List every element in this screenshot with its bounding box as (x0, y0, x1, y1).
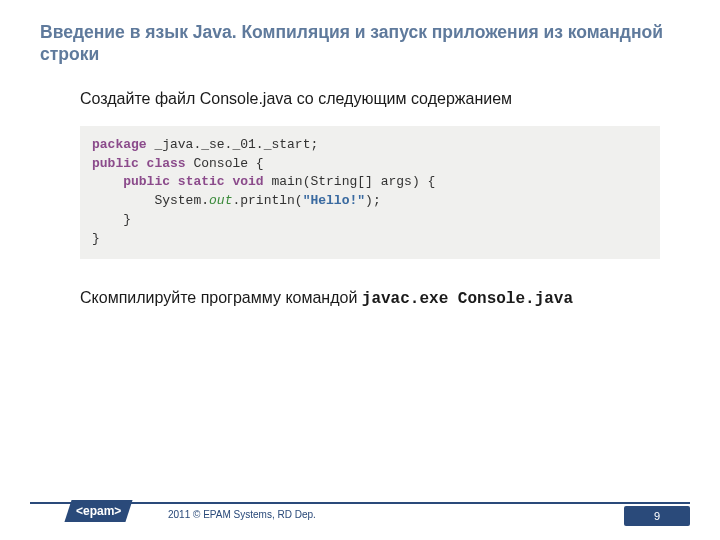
slide: Введение в язык Java. Компиляция и запус… (0, 0, 720, 540)
slide-body: Создайте файл Console.java со следующим … (0, 66, 720, 308)
compile-text: Скомпилируйте программу командой (80, 289, 362, 306)
epam-logo: <epam> (64, 500, 133, 522)
code-text: ); (365, 193, 381, 208)
page-number: 9 (624, 506, 690, 526)
code-text: _java._se._01._start; (147, 137, 319, 152)
footer-bar: <epam> 2011 © EPAM Systems, RD Dep. 9 (0, 508, 720, 540)
code-text: } (92, 231, 100, 246)
code-text: main(String[] args) { (264, 174, 436, 189)
copyright-text: 2011 © EPAM Systems, RD Dep. (168, 509, 316, 520)
code-keyword: public static void (123, 174, 263, 189)
code-static-field: out (209, 193, 232, 208)
code-text: } (92, 212, 131, 227)
code-text: .println( (232, 193, 302, 208)
code-text: Console { (186, 156, 264, 171)
slide-title: Введение в язык Java. Компиляция и запус… (0, 0, 720, 66)
code-text: System. (92, 193, 209, 208)
code-keyword: package (92, 137, 147, 152)
code-block: package _java._se._01._start; public cla… (80, 126, 660, 259)
intro-text: Создайте файл Console.java со следующим … (80, 90, 660, 108)
code-string: "Hello!" (303, 193, 365, 208)
code-keyword: public class (92, 156, 186, 171)
compile-instruction: Скомпилируйте программу командой javac.e… (80, 289, 660, 308)
compile-command: javac.exe Console.java (362, 290, 573, 308)
footer: <epam> 2011 © EPAM Systems, RD Dep. 9 (0, 502, 720, 540)
